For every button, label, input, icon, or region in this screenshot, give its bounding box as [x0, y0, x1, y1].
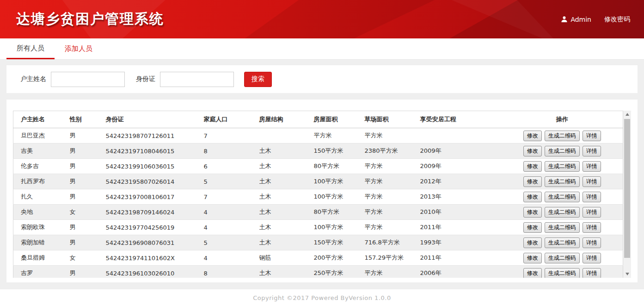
- table-panel: 户主姓名 性别 身份证 家庭人口 房屋结构 房屋面积 草场面积 享受安居工程 操…: [6, 100, 638, 282]
- generate-qrcode-button[interactable]: 生成二维码: [545, 192, 580, 202]
- pasture-area-cell: 716.8平方米: [365, 235, 420, 250]
- generate-qrcode-button[interactable]: 生成二维码: [545, 222, 580, 233]
- gender-cell: 男: [70, 266, 106, 278]
- gender-cell: 男: [70, 220, 106, 235]
- table-row: 吉罗 男 542423196103026010 8 土木 250平方米 平方米 …: [13, 266, 623, 278]
- details-button[interactable]: 详情: [583, 176, 601, 187]
- page: 达塘乡贫困户管理系统 Admin 修改密码 所有人员 添加人员 户主姓: [0, 0, 644, 306]
- house-area-cell: 200平方米: [314, 250, 365, 266]
- app-header: 达塘乡贫困户管理系统 Admin 修改密码: [0, 0, 644, 38]
- generate-qrcode-button[interactable]: 生成二维码: [545, 131, 580, 141]
- housing-project-cell: 2009年: [420, 144, 502, 159]
- generate-qrcode-button[interactable]: 生成二维码: [545, 237, 580, 248]
- col-header-structure: 房屋结构: [259, 111, 314, 128]
- household-name-cell: 索朗加错: [13, 235, 70, 250]
- scroll-down-icon[interactable]: [623, 270, 631, 278]
- scrollbar-track[interactable]: [623, 118, 631, 270]
- copyright-text: Copyright ©2017 Powered ByVersion 1.0.0: [253, 294, 391, 301]
- gender-cell: 男: [70, 144, 106, 159]
- page-footer: Copyright ©2017 Powered ByVersion 1.0.0: [0, 289, 644, 306]
- gender-cell: 男: [70, 174, 106, 189]
- scrollbar-thumb[interactable]: [624, 119, 630, 258]
- generate-qrcode-button[interactable]: 生成二维码: [545, 253, 580, 263]
- house-area-cell: 100平方米: [314, 189, 365, 205]
- household-name-input[interactable]: [51, 72, 125, 87]
- vertical-scrollbar[interactable]: [623, 111, 631, 278]
- pasture-area-cell: 平方米: [365, 189, 420, 205]
- pasture-area-cell: 平方米: [365, 128, 420, 144]
- household-name-cell: 央地: [13, 205, 70, 220]
- edit-button[interactable]: 修改: [523, 268, 542, 278]
- scroll-up-icon[interactable]: [623, 111, 631, 118]
- household-name-cell: 扎西罗布: [13, 174, 70, 189]
- search-button[interactable]: 搜索: [244, 72, 272, 87]
- family-size-cell: 4: [204, 205, 259, 220]
- family-size-cell: 5: [204, 174, 259, 189]
- edit-button[interactable]: 修改: [523, 222, 542, 233]
- family-size-cell: 6: [204, 159, 259, 174]
- table-body: 旦巴亚杰 男 542423198707126011 7 平方米 平方米 修改生成…: [13, 128, 623, 278]
- change-password-link[interactable]: 修改密码: [604, 15, 630, 24]
- table-viewport: 户主姓名 性别 身份证 家庭人口 房屋结构 房屋面积 草场面积 享受安居工程 操…: [13, 111, 623, 278]
- household-name-cell: 旦巴亚杰: [13, 128, 70, 144]
- details-button[interactable]: 详情: [583, 192, 601, 202]
- structure-cell: 土木: [259, 174, 314, 189]
- edit-button[interactable]: 修改: [523, 192, 542, 202]
- gender-cell: 女: [70, 250, 106, 266]
- edit-button[interactable]: 修改: [523, 253, 542, 263]
- id-card-cell: 542423198707126011: [106, 128, 204, 144]
- generate-qrcode-button[interactable]: 生成二维码: [545, 176, 580, 187]
- col-header-family-size: 家庭人口: [204, 111, 259, 128]
- id-card-input[interactable]: [160, 72, 234, 87]
- family-size-cell: 5: [204, 235, 259, 250]
- col-header-pasture-area: 草场面积: [365, 111, 420, 128]
- id-card-cell: 542423196908076031: [106, 235, 204, 250]
- details-button[interactable]: 详情: [583, 161, 601, 172]
- generate-qrcode-button[interactable]: 生成二维码: [545, 161, 580, 172]
- edit-button[interactable]: 修改: [523, 207, 542, 218]
- col-header-name: 户主姓名: [13, 111, 70, 128]
- edit-button[interactable]: 修改: [523, 237, 542, 248]
- edit-button[interactable]: 修改: [523, 131, 542, 141]
- table-row: 伦多吉 男 542423199106036015 6 土木 80平方米 平方米 …: [13, 159, 623, 174]
- user-menu[interactable]: Admin: [561, 16, 591, 23]
- house-area-cell: 150平方米: [314, 144, 365, 159]
- household-name-cell: 索朗欧珠: [13, 220, 70, 235]
- details-button[interactable]: 详情: [583, 253, 601, 263]
- actions-cell: 修改生成二维码详情: [502, 220, 623, 235]
- housing-project-cell: [420, 128, 502, 144]
- house-area-cell: 平方米: [314, 128, 365, 144]
- id-card-cell: 54242319741101602X: [106, 250, 204, 266]
- details-button[interactable]: 详情: [583, 131, 601, 141]
- structure-cell: [259, 128, 314, 144]
- family-size-cell: 4: [204, 250, 259, 266]
- generate-qrcode-button[interactable]: 生成二维码: [545, 207, 580, 218]
- generate-qrcode-button[interactable]: 生成二维码: [545, 146, 580, 156]
- search-panel: 户主姓名 身份证 搜索: [6, 65, 638, 93]
- edit-button[interactable]: 修改: [523, 146, 542, 156]
- table-row: 吉美 男 542423197108046015 8 土木 150平方米 2380…: [13, 144, 623, 159]
- details-button[interactable]: 详情: [583, 222, 601, 233]
- housing-project-cell: 2006年: [420, 266, 502, 278]
- table-header-row: 户主姓名 性别 身份证 家庭人口 房屋结构 房屋面积 草场面积 享受安居工程 操…: [13, 111, 623, 128]
- id-card-cell: 542423195807026014: [106, 174, 204, 189]
- actions-cell: 修改生成二维码详情: [502, 128, 623, 144]
- details-button[interactable]: 详情: [583, 237, 601, 248]
- details-button[interactable]: 详情: [583, 146, 601, 156]
- house-area-cell: 150平方米: [314, 235, 365, 250]
- table-row: 索朗加错 男 542423196908076031 5 土木 150平方米 71…: [13, 235, 623, 250]
- structure-cell: 钢筋: [259, 250, 314, 266]
- tab-all-personnel[interactable]: 所有人员: [6, 38, 55, 59]
- tab-add-personnel[interactable]: 添加人员: [55, 38, 103, 59]
- actions-cell: 修改生成二维码详情: [502, 250, 623, 266]
- household-name-cell: 扎久: [13, 189, 70, 205]
- actions-cell: 修改生成二维码详情: [502, 205, 623, 220]
- pasture-area-cell: 平方米: [365, 220, 420, 235]
- house-area-cell: 80平方米: [314, 205, 365, 220]
- edit-button[interactable]: 修改: [523, 161, 542, 172]
- edit-button[interactable]: 修改: [523, 176, 542, 187]
- details-button[interactable]: 详情: [583, 207, 601, 218]
- generate-qrcode-button[interactable]: 生成二维码: [545, 268, 580, 278]
- details-button[interactable]: 详情: [583, 268, 601, 278]
- actions-cell: 修改生成二维码详情: [502, 189, 623, 205]
